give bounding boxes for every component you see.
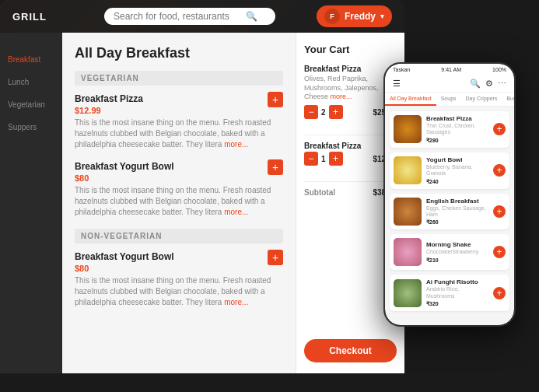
item-price: $80 <box>75 264 283 273</box>
tab-bur[interactable]: Bur <box>502 93 514 106</box>
list-item: Yogurt Bowl Blueberry, Banana, Granola ₹… <box>390 152 509 189</box>
battery: 100% <box>492 67 506 72</box>
phone-status-bar: Taskan 9:41 AM 100% <box>385 64 514 75</box>
list-item: Breakfast Pizza Thin Crust, Chicken, Sau… <box>390 111 509 148</box>
item-price: ₹240 <box>426 179 488 185</box>
phone-list: Breakfast Pizza Thin Crust, Chicken, Sau… <box>385 107 514 325</box>
more-link[interactable]: more... <box>331 93 352 100</box>
phone-add-button[interactable]: + <box>493 246 506 258</box>
item-subdesc: Chocolate/Strawberry <box>426 249 488 255</box>
item-subdesc: Eggs, Chicken Sausage, Ham <box>426 205 488 219</box>
item-price: $80 <box>75 173 283 183</box>
item-image <box>394 198 422 226</box>
item-name: Breakfast Yogurt Bowl <box>75 251 283 262</box>
item-subdesc: Arabirio Rice, Mushrooms <box>426 286 488 299</box>
item-price: ₹320 <box>426 301 488 307</box>
item-subdesc: Blueberry, Banana, Granola <box>426 164 488 177</box>
item-subdesc: Thin Crust, Chicken, Sausages <box>426 123 488 136</box>
add-item-button[interactable]: + <box>268 159 283 175</box>
carrier: Taskan <box>393 67 410 72</box>
sidebar-item-breakfast[interactable]: Breakfast <box>0 48 62 71</box>
item-info: Morning Shake Chocolate/Strawberry ₹210 <box>426 241 488 263</box>
checkout-button[interactable]: Checkout <box>304 339 397 362</box>
phone-screen: Taskan 9:41 AM 100% ☰ 🔍 ⚙ ⋯ All Day Brea… <box>385 64 514 325</box>
more-icon[interactable]: ⋯ <box>498 79 506 89</box>
search-input[interactable] <box>114 11 246 22</box>
menu-area: All Day Breakfast VEGETARIAN Breakfast P… <box>62 33 296 373</box>
sidebar-item-vegetarian[interactable]: Vegetarian <box>0 93 62 116</box>
item-info: Breakfast Pizza Thin Crust, Chicken, Sau… <box>426 115 488 144</box>
main-content: Breakfast Lunch Vegetarian Suppers All D… <box>0 33 404 373</box>
sidebar-item-suppers[interactable]: Suppers <box>0 116 62 138</box>
sidebar-item-lunch[interactable]: Lunch <box>0 71 62 93</box>
item-price: ₹280 <box>426 138 488 144</box>
item-name: Breakfast Pizza <box>75 93 283 104</box>
search-bar[interactable]: 🔍 <box>104 8 275 25</box>
more-link[interactable]: more... <box>224 140 248 149</box>
user-name: Freddy <box>345 11 376 22</box>
phone-add-button[interactable]: + <box>493 123 506 135</box>
decrease-qty-button[interactable]: − <box>304 105 318 119</box>
list-item: Ai Funghi Risotto Arabirio Rice, Mushroo… <box>390 275 509 311</box>
avatar: F <box>324 9 340 24</box>
phone-add-button[interactable]: + <box>493 287 506 299</box>
clock: 9:41 AM <box>441 67 461 72</box>
menu-item: Breakfast Pizza + $12.99 This is the mos… <box>75 93 283 150</box>
item-price: ₹210 <box>426 257 488 264</box>
category-vegetarian: VEGETARIAN <box>75 71 283 86</box>
menu-item: Breakfast Yogurt Bowl + $80 This is the … <box>75 161 283 218</box>
subtotal-label: Subtotal <box>304 188 335 197</box>
phone-add-button[interactable]: + <box>493 164 506 177</box>
item-info: Ai Funghi Risotto Arabirio Rice, Mushroo… <box>426 278 488 307</box>
cart-title: Your Cart <box>304 44 397 55</box>
decrease-qty-button[interactable]: − <box>304 152 318 166</box>
menu-item: Breakfast Yogurt Bowl + $80 This is the … <box>75 251 283 308</box>
sidebar: Breakfast Lunch Vegetarian Suppers <box>0 33 62 373</box>
item-description: This is the most insane thing on the men… <box>75 185 283 218</box>
tab-day-crippers[interactable]: Day Crippers <box>461 93 502 106</box>
item-info: English Breakfast Eggs, Chicken Sausage,… <box>426 198 488 226</box>
brand-logo: GRILL <box>12 11 47 23</box>
phone-nav: ☰ 🔍 ⚙ ⋯ <box>385 75 514 93</box>
more-link[interactable]: more... <box>224 298 248 306</box>
item-image <box>394 238 422 266</box>
add-item-button[interactable]: + <box>268 92 283 107</box>
item-name: Morning Shake <box>426 241 488 248</box>
item-info: Yogurt Bowl Blueberry, Banana, Granola ₹… <box>426 156 488 185</box>
filter-icon[interactable]: ⚙ <box>485 79 493 89</box>
phone-device: Taskan 9:41 AM 100% ☰ 🔍 ⚙ ⋯ All Day Brea… <box>383 62 516 327</box>
item-description: This is the most insane thing on the men… <box>75 275 283 308</box>
more-link[interactable]: more... <box>224 208 248 216</box>
chevron-down-icon: ▾ <box>380 12 384 20</box>
qty-display: 2 <box>321 108 326 117</box>
increase-qty-button[interactable]: + <box>329 152 343 166</box>
laptop-device: GRILL 🔍 F Freddy ▾ Breakfast Lunch Veget… <box>0 0 404 373</box>
tab-soups[interactable]: Soups <box>436 93 461 106</box>
section-title: All Day Breakfast <box>75 45 283 61</box>
search-icon[interactable]: 🔍 <box>470 79 481 89</box>
phone-tabs: All Day Breakfast Soups Day Crippers Bur <box>385 93 514 107</box>
item-name: Breakfast Yogurt Bowl <box>75 161 283 172</box>
category-non-vegetarian: NON-VEGETARIAN <box>75 229 283 243</box>
item-image <box>394 115 422 143</box>
item-price: $12.99 <box>75 106 283 115</box>
add-item-button[interactable]: + <box>268 250 283 265</box>
item-name: Yogurt Bowl <box>426 156 488 163</box>
top-navbar: GRILL 🔍 F Freddy ▾ <box>0 0 404 33</box>
increase-qty-button[interactable]: + <box>329 105 343 119</box>
qty-display: 1 <box>321 155 326 163</box>
item-image <box>394 279 422 307</box>
item-name: English Breakfast <box>426 198 488 205</box>
search-icon: 🔍 <box>246 11 257 22</box>
item-description: This is the most insane thing on the men… <box>75 117 283 150</box>
item-image <box>394 156 422 184</box>
item-price: ₹260 <box>426 219 488 226</box>
item-name: Breakfast Pizza <box>426 115 488 122</box>
cart-item-name: Breakfast Pizza <box>304 65 397 73</box>
tab-all-day-breakfast[interactable]: All Day Breakfast <box>385 93 436 106</box>
phone-add-button[interactable]: + <box>493 205 506 218</box>
item-name: Ai Funghi Risotto <box>426 278 488 285</box>
user-menu[interactable]: F Freddy ▾ <box>317 5 392 27</box>
phone-nav-icons: 🔍 ⚙ ⋯ <box>470 79 506 89</box>
hamburger-icon[interactable]: ☰ <box>393 79 401 89</box>
